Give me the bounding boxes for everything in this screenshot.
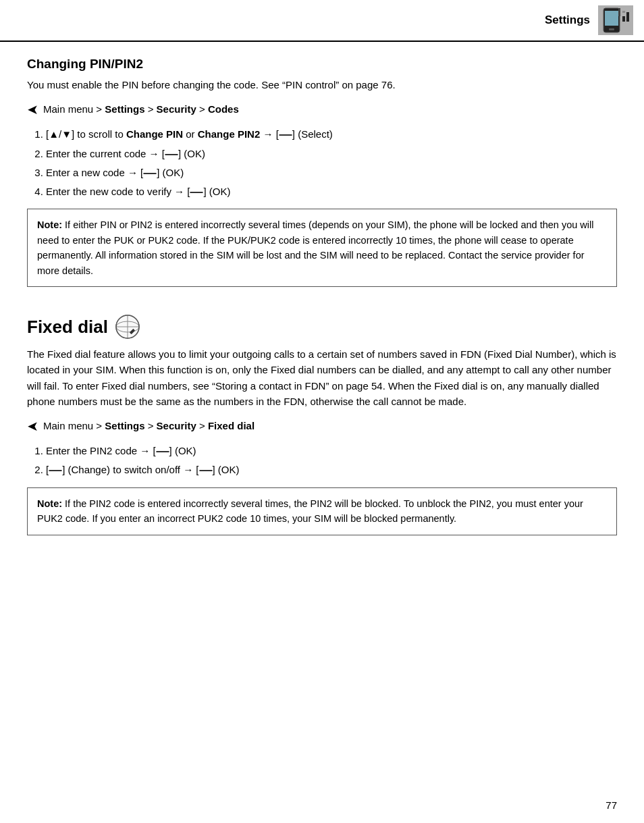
svg-rect-2 <box>605 11 618 26</box>
header-title: Settings <box>545 14 590 27</box>
key-ok-2 <box>143 173 157 174</box>
section2-title-container: Fixed dial <box>27 314 140 340</box>
section1-menu-path: ➤ Main menu > Settings > Security > Code… <box>27 99 617 120</box>
note-label: Note: <box>37 219 62 230</box>
svg-rect-7 <box>622 11 625 13</box>
page-number: 77 <box>606 799 617 811</box>
section2-intro: The Fixed dial feature allows you to lim… <box>27 346 617 409</box>
section1-title: Changing PIN/PIN2 <box>27 57 617 72</box>
section1-intro: You must enable the PIN before changing … <box>27 77 617 92</box>
list-item: Enter the PIN2 code → [] (OK) <box>46 443 617 458</box>
section2-title: Fixed dial <box>27 317 108 338</box>
key-pin2 <box>156 451 169 452</box>
section2-menu-path: ➤ Main menu > Settings > Security > Fixe… <box>27 416 617 436</box>
key-change <box>49 470 62 471</box>
section1-note: Note: If either PIN or PIN2 is entered i… <box>27 209 617 287</box>
section1-steps-list: [▲/▼] to scroll to Change PIN or Change … <box>46 126 617 199</box>
list-item: [▲/▼] to scroll to Change PIN or Change … <box>46 126 617 142</box>
list-item: [] (Change) to switch on/off → [] (OK) <box>46 462 617 477</box>
page-header: Settings <box>0 0 644 42</box>
svg-rect-4 <box>618 8 620 16</box>
note-label-2: Note: <box>37 498 62 509</box>
key-ok-4 <box>199 470 213 471</box>
list-item: Enter the current code → [] (OK) <box>46 146 617 161</box>
section1-menu-path-text: Main menu > Settings > Security > Codes <box>43 102 239 117</box>
section2-menu-path-text: Main menu > Settings > Security > Fixed … <box>43 419 254 434</box>
key-ok-3 <box>190 192 203 193</box>
main-content: Changing PIN/PIN2 You must enable the PI… <box>0 42 644 557</box>
section2-steps-list: Enter the PIN2 code → [] (OK) [] (Change… <box>46 443 617 478</box>
menu-arrow-icon: ➤ <box>27 99 38 120</box>
key-select <box>279 134 292 136</box>
section-changing-pin: Changing PIN/PIN2 You must enable the PI… <box>27 57 617 287</box>
settings-icon <box>598 5 633 35</box>
svg-rect-5 <box>622 16 625 22</box>
list-item: Enter a new code → [] (OK) <box>46 165 617 180</box>
section-fixed-dial: Fixed dial The Fi <box>27 302 617 535</box>
section2-note: Note: If the PIN2 code is entered incorr… <box>27 487 617 535</box>
key-ok-1 <box>165 154 178 155</box>
svg-rect-6 <box>626 12 629 22</box>
fixed-dial-icon <box>115 314 140 340</box>
menu-arrow-icon-2: ➤ <box>27 416 38 436</box>
svg-rect-3 <box>609 28 614 30</box>
list-item: Enter the new code to verify → [] (OK) <box>46 184 617 199</box>
